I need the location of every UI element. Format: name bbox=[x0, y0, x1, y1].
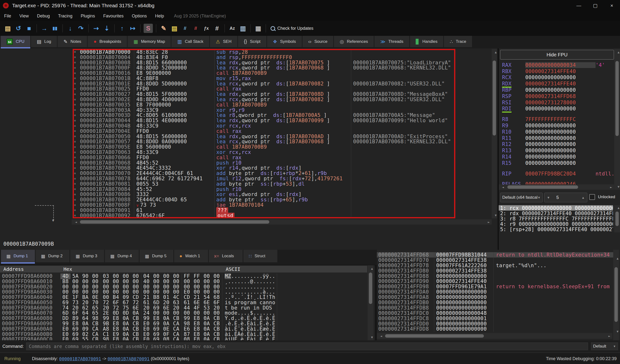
tab-script[interactable]: {}Script bbox=[238, 36, 266, 47]
functions-button[interactable]: ƒx bbox=[201, 23, 212, 34]
menu-item-favourites[interactable]: Favourites bbox=[99, 14, 128, 19]
disasm-row[interactable]: 000001B7AB07008F∨73 73jae 1B7AB070104 bbox=[72, 202, 492, 208]
register-value[interactable]: 0000000000000000 bbox=[525, 160, 596, 166]
tab-dump-2[interactable]: ▦Dump 2 bbox=[36, 250, 70, 262]
register-row-r13[interactable]: R130000000000000000 bbox=[499, 147, 614, 154]
register-row-r11[interactable]: R110000000000000000 bbox=[499, 135, 614, 141]
spinner-up-icon[interactable]: ▲ bbox=[581, 196, 585, 199]
tab-notes[interactable]: ✎Notes bbox=[58, 36, 87, 47]
disasm-row[interactable]: 000001B7AB07005EE8 56000000call 1B7AB070… bbox=[72, 144, 492, 150]
scroll-thumb[interactable] bbox=[615, 61, 619, 136]
scroll-down-icon[interactable]: ▼ bbox=[613, 329, 620, 334]
register-value[interactable]: 0000000000000000 bbox=[525, 135, 596, 141]
disasm-row[interactable]: 000001B7AB07005748:8D0D 0A000000lea rcx,… bbox=[72, 139, 492, 144]
disasm-row[interactable]: 000001B7AB0700863332xor esi,dword ptr ds… bbox=[72, 192, 492, 197]
dump-row[interactable]: 00007FFD98A600004D5A90000300000004000000… bbox=[0, 273, 367, 279]
check-for-updates-button[interactable]: Check for Updates bbox=[271, 26, 313, 31]
disasm-row[interactable]: 000001B7AB070092676542:6Foutsd bbox=[72, 213, 492, 218]
tab-symbols[interactable]: ❖Symbols bbox=[267, 36, 302, 47]
stack-row[interactable]: 00000027314FFD880000000000000000 bbox=[377, 273, 613, 279]
dump-row[interactable]: 00007FFD98A600C0E06955CB98E80ACBE06908CA… bbox=[0, 337, 367, 340]
stack-row[interactable]: 00000027314FFDA00000000000000000 bbox=[377, 289, 613, 295]
menu-item-debug[interactable]: Debug bbox=[33, 14, 54, 19]
tab-dump-4[interactable]: ▦Dump 4 bbox=[105, 250, 139, 262]
minimize-button[interactable]: — bbox=[571, 0, 587, 11]
disasm-row[interactable]: 000001B7AB07004EFFD0call rax bbox=[72, 129, 492, 134]
dump-row[interactable]: 00007FFD98A60080DD89649899E80ACB99E80ACB… bbox=[0, 316, 367, 321]
scroll-down-icon[interactable]: ▼ bbox=[492, 213, 497, 217]
dump-row[interactable]: 00007FFD98A60060742062652072756E20696E20… bbox=[0, 305, 367, 311]
disasm-row[interactable]: 000001B7AB07000448:83E4 F0and rsp,FFFFFF… bbox=[72, 55, 492, 60]
highlight-red-button[interactable]: // bbox=[190, 23, 201, 34]
run-to-user-code-button[interactable]: ⇢ bbox=[91, 23, 101, 34]
stack-vscrollbar[interactable]: ▲ ▼ bbox=[613, 250, 619, 340]
disasm-row[interactable]: 000001B7AB070078644C:6962 72 61727941imu… bbox=[72, 176, 492, 181]
tab-threads[interactable]: ≫Threads bbox=[374, 36, 409, 47]
scroll-down-icon[interactable]: ▼ bbox=[368, 335, 375, 339]
tab-seh[interactable]: ⚠SEH bbox=[210, 36, 237, 47]
step-over-button[interactable]: ↷ bbox=[76, 23, 86, 34]
hide-fpu-button[interactable]: Hide FPU bbox=[500, 50, 614, 60]
stack-hscrollbar[interactable]: ◄ ► bbox=[377, 333, 612, 339]
disasm-row[interactable]: 000001B7AB07000F48:8D0D 52000000lea rcx,… bbox=[72, 65, 492, 70]
disasm-row[interactable]: 000001B7AB0700702E444C4C:004C6F 61add by… bbox=[72, 171, 492, 176]
menu-item-plugins[interactable]: Plugins bbox=[77, 14, 99, 19]
execute-till-return-button[interactable]: ↑ bbox=[117, 23, 127, 34]
scroll-up-icon[interactable]: ▲ bbox=[614, 50, 620, 54]
register-value[interactable]: 00007FFD98BC20D4 bbox=[525, 171, 596, 177]
register-value[interactable]: 0000000000000000 bbox=[525, 87, 596, 93]
register-value[interactable]: 0000000000000000 bbox=[525, 106, 596, 112]
disasm-row[interactable]: 000001B7AB07006348:33C9xor rcx,rcx bbox=[72, 150, 492, 155]
register-row-r10[interactable]: R100000000000000000 bbox=[499, 129, 614, 135]
stack-row[interactable]: 00000027314FFDD80000000000000000 bbox=[377, 326, 613, 332]
scroll-thumb[interactable] bbox=[80, 220, 269, 224]
calculator-button[interactable]: ▥ bbox=[238, 23, 248, 34]
scroll-thumb[interactable] bbox=[369, 273, 372, 304]
scroll-right-icon[interactable]: ► bbox=[605, 333, 612, 339]
tab-references[interactable]: ◎References bbox=[334, 36, 374, 47]
disasm-row[interactable]: 000001B7AB07004B48:33C9xor rcx,rcx bbox=[72, 123, 492, 129]
step-out-button[interactable]: ⇣ bbox=[101, 23, 112, 34]
tab-call-stack[interactable]: ▥Call Stack bbox=[171, 36, 209, 47]
tab-source[interactable]: ‹›Source bbox=[302, 36, 333, 47]
register-row-rsp[interactable]: RSP00000027314FFD68 bbox=[499, 93, 614, 99]
trace-coverage-button[interactable]: S bbox=[144, 24, 153, 33]
register-value[interactable]: 0000000000000000 bbox=[525, 123, 596, 129]
disasm-row[interactable]: 000001B7AB07001E48:8D0D 5D000000lea rcx,… bbox=[72, 81, 492, 86]
open-file-button[interactable]: ▤ bbox=[2, 23, 13, 34]
stack-row[interactable]: 00000027314FFDA80000000000000000 bbox=[377, 295, 613, 300]
tab-locals[interactable]: x=Locals bbox=[209, 250, 243, 262]
register-value[interactable]: 0000000000000000 bbox=[525, 154, 596, 160]
disasm-row[interactable]: 000001B7AB07008445:52push r10 bbox=[72, 187, 492, 192]
register-row-rdx[interactable]: RDX00000027314FFE40 bbox=[499, 81, 614, 87]
tab-dump-3[interactable]: ▦Dump 3 bbox=[70, 250, 104, 262]
dump-vscrollbar[interactable]: ▲ ▼ bbox=[368, 265, 373, 340]
argument-row[interactable]: 5: [rsp+28] 00000027314FFE40 00000027314… bbox=[499, 227, 613, 232]
stack-row[interactable]: 00000027314FFD9800007FFD961E79A1return t… bbox=[377, 284, 613, 289]
dump-row[interactable]: 00007FFD98A600400E1FBA0E00B409CD21B8014C… bbox=[0, 295, 367, 300]
disasm-vscrollbar[interactable]: ▲ ▼ bbox=[492, 49, 497, 218]
dump-row[interactable]: 00007FFD98A60010B80000000000000040000000… bbox=[0, 279, 367, 284]
unlocked-checkbox[interactable] bbox=[589, 194, 595, 200]
status-from-address-link[interactable]: 000001B7AB070091 bbox=[59, 356, 101, 361]
dump-row[interactable]: 00007FFD98A600B0E06902CAC1E90ACBE0690FCA… bbox=[0, 332, 367, 337]
disasm-row[interactable]: 000001B7AB07002E48:8D0D 4D000000lea rcx,… bbox=[72, 97, 492, 102]
tab-dump-1[interactable]: ▦Dump 1 bbox=[1, 250, 35, 262]
register-row-r15[interactable]: R150000000000000000 bbox=[499, 160, 614, 166]
stack-row[interactable]: 00000027314FFD8000000027314FFE38 bbox=[377, 268, 613, 273]
register-row-r14[interactable]: R140000000000000000 bbox=[499, 154, 614, 160]
register-value[interactable]: 00000027314FFE40 bbox=[525, 81, 596, 87]
restart-button[interactable]: ↺ bbox=[13, 23, 24, 34]
disasm-row[interactable]: 000001B7AB07002748:8D15 5F000000lea rdx,… bbox=[72, 91, 492, 97]
stack-row[interactable]: 00000027314FFD7000000027314FFE38 bbox=[377, 258, 613, 263]
stack-row[interactable]: 00000027314FFD6800007FFD98B31044return t… bbox=[377, 252, 613, 258]
register-value[interactable]: 0000000000000000 bbox=[525, 129, 596, 135]
step-into-button[interactable]: ↓ bbox=[65, 23, 76, 34]
disasm-row[interactable]: 000001B7AB0700810055 53add byte ptr ss:[… bbox=[72, 181, 492, 187]
menu-item-view[interactable]: View bbox=[15, 14, 33, 19]
disasm-row[interactable]: 000001B7AB07000848:8D15 66000000lea rdx,… bbox=[72, 60, 492, 65]
animate-into-button[interactable]: ↦ bbox=[127, 23, 138, 34]
tab-cpu[interactable]: 64CPU bbox=[1, 36, 30, 47]
tab-breakpoints[interactable]: ●Breakpoints bbox=[88, 36, 127, 47]
command-profile-select[interactable]: Default ▼ bbox=[591, 342, 618, 350]
